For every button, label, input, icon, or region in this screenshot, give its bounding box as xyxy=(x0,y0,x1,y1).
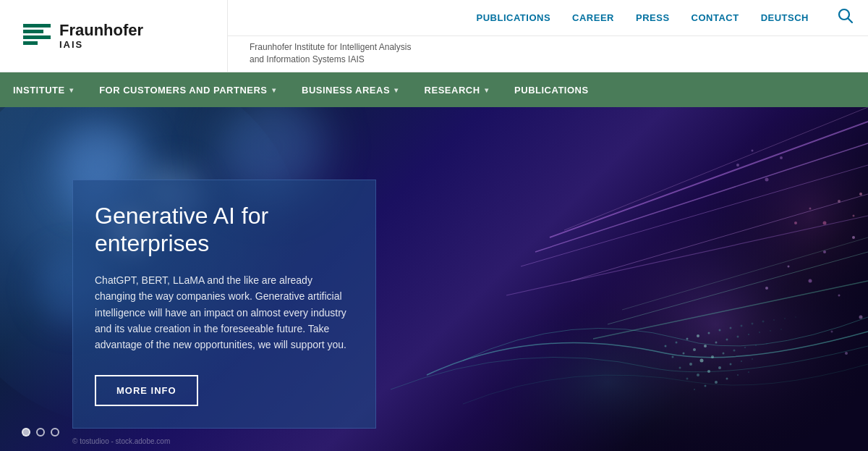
svg-point-27 xyxy=(762,321,765,323)
svg-point-49 xyxy=(755,345,757,346)
chevron-down-icon: ▾ xyxy=(394,86,399,94)
main-nav-business[interactable]: BUSINESS AREAS ▾ xyxy=(289,72,412,107)
svg-rect-2 xyxy=(23,35,51,39)
svg-point-67 xyxy=(823,250,826,253)
chevron-down-icon: ▾ xyxy=(485,86,489,94)
svg-rect-0 xyxy=(23,24,51,28)
svg-point-44 xyxy=(700,359,704,363)
main-nav-research-label: RESEARCH xyxy=(425,85,480,96)
hero-description: ChatGPT, BERT, LLaMA and the like are al… xyxy=(95,272,354,353)
svg-point-62 xyxy=(737,374,739,376)
logo-iais: IAIS xyxy=(59,39,143,50)
svg-point-52 xyxy=(697,374,699,376)
svg-point-19 xyxy=(676,342,678,344)
svg-point-74 xyxy=(809,208,812,210)
main-nav-research[interactable]: RESEARCH ▾ xyxy=(412,72,501,107)
svg-point-76 xyxy=(838,200,841,203)
top-navigation: PUBLICATIONS CAREER PRESS CONTACT DEUTSC… xyxy=(228,0,868,36)
slide-dot-2[interactable] xyxy=(36,428,45,437)
svg-point-60 xyxy=(715,381,718,384)
svg-point-75 xyxy=(823,222,827,225)
svg-point-54 xyxy=(718,366,721,369)
svg-point-25 xyxy=(741,325,743,327)
svg-point-23 xyxy=(719,329,721,332)
slide-dot-3[interactable] xyxy=(51,428,59,437)
svg-point-31 xyxy=(672,356,674,358)
main-nav-customers-label: FOR CUSTOMERS AND PARTNERS xyxy=(99,85,267,96)
header-right: PUBLICATIONS CAREER PRESS CONTACT DEUTSC… xyxy=(228,0,868,72)
svg-rect-3 xyxy=(23,41,38,45)
chevron-down-icon: ▾ xyxy=(272,86,276,94)
svg-point-37 xyxy=(737,336,739,338)
nav-deutsch[interactable]: DEUTSCH xyxy=(761,12,809,23)
logo-name: Fraunhofer xyxy=(59,22,143,39)
svg-point-56 xyxy=(741,361,742,362)
svg-point-72 xyxy=(859,316,863,319)
svg-point-80 xyxy=(752,150,754,152)
svg-point-81 xyxy=(765,178,769,182)
svg-point-78 xyxy=(859,193,862,195)
svg-point-35 xyxy=(715,342,718,344)
svg-point-41 xyxy=(780,329,782,330)
hero-content-card: Generative AI for enterprises ChatGPT, B… xyxy=(72,180,376,429)
svg-point-34 xyxy=(704,345,707,347)
hero-copyright: © tostudioo - stock.adobe.com xyxy=(72,437,170,445)
nav-contact[interactable]: CONTACT xyxy=(692,12,739,23)
svg-point-59 xyxy=(705,385,707,387)
svg-point-26 xyxy=(752,323,754,325)
svg-point-39 xyxy=(759,332,760,333)
main-nav-customers[interactable]: FOR CUSTOMERS AND PARTNERS ▾ xyxy=(86,72,289,107)
svg-point-57 xyxy=(752,358,753,360)
slide-indicators xyxy=(22,428,59,437)
main-nav-institute[interactable]: INSTITUTE ▾ xyxy=(0,72,86,107)
svg-point-47 xyxy=(733,350,736,352)
svg-point-48 xyxy=(744,347,746,348)
main-nav-publications-label: PUBLICATIONS xyxy=(514,85,589,96)
main-nav-publications[interactable]: PUBLICATIONS xyxy=(501,72,602,107)
svg-point-33 xyxy=(693,348,696,351)
svg-rect-1 xyxy=(23,30,43,33)
main-nav-business-label: BUSINESS AREAS xyxy=(302,85,390,96)
svg-point-71 xyxy=(845,352,848,355)
tagline-section: Fraunhofer Institute for Intelligent Ana… xyxy=(228,36,868,72)
institute-tagline: Fraunhofer Institute for Intelligent Ana… xyxy=(250,41,411,66)
svg-line-5 xyxy=(848,18,853,22)
svg-point-55 xyxy=(730,363,732,366)
logo-text: Fraunhofer IAIS xyxy=(59,22,143,50)
nav-career[interactable]: CAREER xyxy=(572,12,614,23)
fiber-optic-visualization xyxy=(318,107,868,451)
svg-point-65 xyxy=(788,266,790,268)
svg-point-38 xyxy=(748,334,749,335)
svg-point-42 xyxy=(679,367,681,369)
nav-publications[interactable]: PUBLICATIONS xyxy=(477,12,551,23)
slide-dot-1[interactable] xyxy=(22,428,30,437)
svg-point-51 xyxy=(686,378,689,380)
search-icon[interactable] xyxy=(838,8,854,28)
fraunhofer-logo-icon xyxy=(22,21,52,51)
more-info-button[interactable]: MORE INFO xyxy=(95,375,198,406)
chevron-down-icon: ▾ xyxy=(69,86,74,94)
svg-point-28 xyxy=(773,319,775,321)
svg-point-64 xyxy=(765,287,768,290)
svg-point-82 xyxy=(780,156,783,159)
main-navigation: INSTITUTE ▾ FOR CUSTOMERS AND PARTNERS ▾… xyxy=(0,72,868,107)
svg-point-77 xyxy=(853,215,855,217)
svg-point-58 xyxy=(694,389,695,390)
svg-point-29 xyxy=(784,318,786,319)
svg-point-46 xyxy=(723,353,725,355)
svg-point-24 xyxy=(730,327,732,329)
svg-point-20 xyxy=(686,338,689,340)
svg-point-79 xyxy=(736,164,739,167)
main-nav-institute-label: INSTITUTE xyxy=(13,85,65,96)
svg-point-68 xyxy=(838,295,841,297)
svg-point-50 xyxy=(766,343,767,345)
svg-point-30 xyxy=(795,316,796,318)
svg-point-43 xyxy=(689,363,692,366)
svg-point-61 xyxy=(726,378,728,380)
nav-press[interactable]: PRESS xyxy=(636,12,670,23)
svg-point-36 xyxy=(726,339,728,341)
svg-point-32 xyxy=(683,353,685,355)
svg-point-21 xyxy=(697,334,699,337)
svg-point-53 xyxy=(707,370,710,373)
svg-point-66 xyxy=(809,279,812,283)
